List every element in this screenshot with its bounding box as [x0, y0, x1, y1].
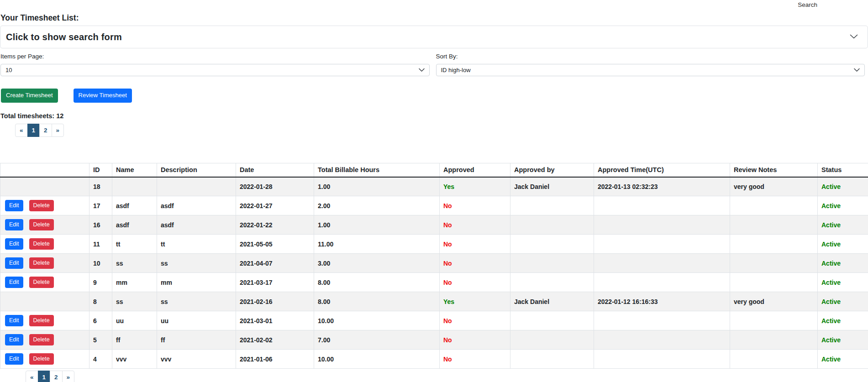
sort-by-group: Sort By: ID high-low	[436, 53, 865, 76]
cell-id: 10	[89, 254, 112, 273]
cell-name: ff	[112, 330, 157, 350]
edit-button[interactable]: Edit	[5, 238, 23, 250]
cell-actions: EditDelete	[0, 235, 89, 254]
table-header-row: IDNameDescriptionDateTotal Billable Hour…	[0, 163, 868, 177]
cell-review-notes	[730, 350, 818, 369]
timesheet-table-body: 182022-01-281.00YesJack Daniel2022-01-13…	[0, 177, 868, 369]
cell-description: ff	[157, 330, 236, 350]
cell-review-notes	[730, 235, 818, 254]
cell-review-notes: very good	[730, 177, 818, 196]
cell-id: 17	[89, 196, 112, 215]
delete-button[interactable]: Delete	[29, 353, 54, 365]
page-prev[interactable]: «	[15, 124, 28, 137]
cell-approved-by: Jack Daniel	[510, 177, 594, 196]
cell-approved-time: 2022-01-13 02:32:23	[594, 177, 730, 196]
nav-search-link[interactable]: Search	[798, 1, 817, 8]
cell-description: asdf	[157, 196, 236, 215]
cell-review-notes	[730, 311, 818, 330]
cell-date: 2022-01-22	[236, 215, 314, 235]
cell-hours: 10.00	[314, 350, 440, 369]
column-header	[0, 163, 89, 177]
delete-button[interactable]: Delete	[29, 277, 54, 288]
cell-approved-time	[594, 330, 730, 350]
table-row: EditDelete9mmmm2021-03-178.00NoActive	[0, 273, 868, 292]
edit-button[interactable]: Edit	[5, 200, 23, 212]
cell-approved-by	[510, 196, 594, 215]
timesheet-table: IDNameDescriptionDateTotal Billable Hour…	[0, 163, 868, 369]
cell-hours: 8.00	[314, 292, 440, 311]
review-timesheet-button[interactable]: Review Timesheet	[74, 89, 132, 103]
table-row: 8ssss2021-02-168.00YesJack Daniel2022-01…	[0, 292, 868, 311]
page-number-2[interactable]: 2	[39, 124, 52, 137]
cell-description: ss	[157, 292, 236, 311]
items-per-page-group: Items per Page: 10	[0, 53, 430, 76]
sort-by-select-wrap: ID high-low	[436, 66, 865, 73]
edit-button[interactable]: Edit	[5, 277, 23, 288]
table-row: EditDelete6uuuu2021-03-0110.00NoActive	[0, 311, 868, 330]
table-row: EditDelete4vvvvvv2021-01-0610.00NoActive	[0, 350, 868, 369]
cell-date: 2021-02-16	[236, 292, 314, 311]
delete-button[interactable]: Delete	[29, 334, 54, 346]
cell-approved: No	[440, 196, 510, 215]
page-next[interactable]: »	[52, 124, 64, 137]
cell-review-notes	[730, 254, 818, 273]
pagination-top: «12»	[15, 124, 868, 137]
delete-button[interactable]: Delete	[29, 200, 54, 212]
top-navbar: Search	[0, 0, 868, 11]
column-header: ID	[89, 163, 112, 177]
create-timesheet-button[interactable]: Create Timesheet	[1, 89, 58, 103]
delete-button[interactable]: Delete	[29, 238, 54, 250]
cell-approved: Yes	[440, 292, 510, 311]
page-number-2[interactable]: 2	[50, 371, 63, 382]
chevron-down-icon	[850, 33, 858, 41]
edit-button[interactable]: Edit	[5, 315, 23, 327]
cell-name: asdf	[112, 196, 157, 215]
cell-name	[112, 177, 157, 196]
search-form-toggle[interactable]: Click to show search form	[0, 26, 868, 48]
cell-review-notes	[730, 196, 818, 215]
edit-button[interactable]: Edit	[5, 219, 23, 231]
cell-approved-by	[510, 254, 594, 273]
page-next[interactable]: »	[62, 371, 75, 382]
cell-approved: No	[440, 273, 510, 292]
cell-id: 5	[89, 330, 112, 350]
page-title: Your Timesheet List:	[0, 13, 868, 22]
cell-id: 18	[89, 177, 112, 196]
delete-button[interactable]: Delete	[29, 219, 54, 231]
edit-button[interactable]: Edit	[5, 334, 23, 346]
table-row: 182022-01-281.00YesJack Daniel2022-01-13…	[0, 177, 868, 196]
cell-hours: 11.00	[314, 235, 440, 254]
cell-description: uu	[157, 311, 236, 330]
cell-actions: EditDelete	[0, 273, 89, 292]
cell-name: uu	[112, 311, 157, 330]
page-number-1[interactable]: 1	[38, 371, 51, 382]
cell-status: Active	[818, 350, 868, 369]
cell-description: tt	[157, 235, 236, 254]
page-prev[interactable]: «	[26, 371, 38, 382]
cell-name: ss	[112, 292, 157, 311]
cell-approved-by	[510, 330, 594, 350]
edit-button[interactable]: Edit	[5, 257, 23, 269]
cell-actions: EditDelete	[0, 350, 89, 369]
column-header: Approved by	[510, 163, 594, 177]
delete-button[interactable]: Delete	[29, 257, 54, 269]
cell-approved-by	[510, 235, 594, 254]
cell-id: 4	[89, 350, 112, 369]
cell-approved-time	[594, 273, 730, 292]
cell-approved: No	[440, 330, 510, 350]
search-form-toggle-label: Click to show search form	[6, 32, 122, 42]
column-header: Description	[157, 163, 236, 177]
cell-id: 6	[89, 311, 112, 330]
cell-date: 2021-01-06	[236, 350, 314, 369]
cell-status: Active	[818, 254, 868, 273]
items-per-page-select[interactable]: 10	[0, 64, 430, 76]
sort-by-select[interactable]: ID high-low	[436, 64, 865, 76]
cell-review-notes	[730, 215, 818, 235]
cell-date: 2022-01-27	[236, 196, 314, 215]
page-number-1[interactable]: 1	[27, 124, 40, 137]
delete-button[interactable]: Delete	[29, 315, 54, 327]
edit-button[interactable]: Edit	[5, 353, 23, 365]
cell-hours: 10.00	[314, 311, 440, 330]
cell-description	[157, 177, 236, 196]
cell-status: Active	[818, 177, 868, 196]
